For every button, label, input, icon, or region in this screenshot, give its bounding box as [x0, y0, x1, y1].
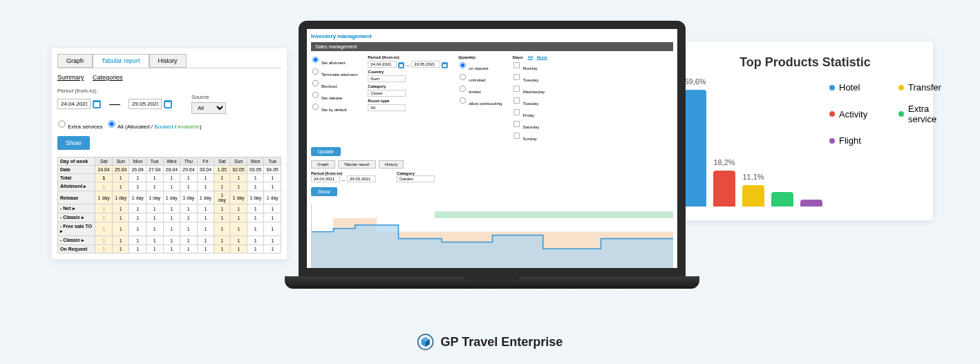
period-col: Period (from-to) — Country Category Room… — [368, 55, 448, 143]
calendar-icon[interactable] — [398, 62, 404, 68]
center-to-input[interactable] — [411, 61, 440, 68]
room-input[interactable] — [368, 104, 406, 111]
bar-activity: 18,2% — [713, 171, 735, 207]
date-from-input[interactable] — [57, 99, 91, 109]
bar-transfer: 11,1% — [742, 185, 764, 207]
table-row-release: Release 1 day1 day1 day1 day1 day1 day1 … — [58, 191, 281, 204]
radio-extra-services[interactable]: Extra services — [57, 124, 102, 130]
table-row-onrequest: On Request 11111111111 — [58, 245, 281, 253]
check-sun[interactable]: Sunday — [512, 131, 547, 141]
radio-release[interactable]: Set release — [311, 90, 357, 100]
allotment-table: Day of week SatSunMonTueWedThuFriSatSunM… — [57, 157, 281, 253]
source-group: Source All — [191, 94, 226, 114]
table-row-net: - Net ▸ 11111111111 — [58, 204, 281, 213]
report-tabs: Graph Tabular report History — [57, 54, 281, 68]
legend-hotel: Hotel — [829, 82, 878, 93]
radio-limited[interactable]: limited — [458, 84, 502, 94]
radio-onrequest[interactable]: on request — [458, 61, 502, 70]
quantity-col: Quantity: on request unlimited limited a… — [458, 55, 502, 143]
check-tue2[interactable]: Tuesday — [512, 96, 547, 106]
table-row-total: Total 11111111111 — [58, 174, 281, 182]
allotment-chart: 15 10 5 — [311, 204, 673, 274]
period-label: Period (from-to): — [57, 88, 281, 94]
period-row: — Source All — [57, 94, 281, 114]
legend: Hotel Transfer Activity Extra service Fl… — [829, 82, 947, 207]
calendar-icon[interactable] — [442, 62, 448, 68]
radio-overbooking[interactable]: allow overbooking — [458, 96, 502, 106]
check-wed[interactable]: Wednesday — [512, 84, 547, 94]
mini-tab-graph[interactable]: Graph — [311, 160, 335, 169]
tab-history[interactable]: History — [149, 54, 187, 68]
table-row-date: Date 24.0425.0426.0427.0428.0429.0430.04… — [58, 166, 281, 174]
radio-default[interactable]: Set by default — [311, 102, 357, 112]
tab-tabular[interactable]: Tabular report — [93, 54, 149, 68]
radio-set-allotment[interactable]: Set allotment — [311, 55, 357, 65]
legend-flight: Flight — [829, 135, 892, 146]
legend-activity: Activity — [829, 104, 878, 124]
days-col: Days: All None Monday Tuesday Wednesday … — [512, 55, 547, 143]
subtabs: Summary Categories — [57, 74, 281, 81]
sales-management-bar: Sales management — [311, 42, 673, 51]
check-mon[interactable]: Monday — [512, 61, 547, 70]
table-row-classic2: - Classic ▸ 11111111111 — [58, 236, 281, 245]
mini-category-input[interactable] — [397, 175, 435, 182]
bar-flight — [800, 200, 822, 207]
check-sat[interactable]: Saturday — [512, 119, 547, 129]
filter-row: Extra services All (Allocated / Booked /… — [57, 119, 281, 130]
top-products-panel: Top Products Statistic 59,6%18,2%11,1% H… — [677, 41, 933, 220]
tab-graph[interactable]: Graph — [57, 54, 93, 68]
footer-logo: GP Travel Enterprise — [417, 334, 563, 350]
link-none-days[interactable]: None — [537, 55, 547, 59]
bar-label: 11,1% — [742, 173, 764, 181]
alloc-text: (Allocated / — [125, 124, 153, 130]
bar-label: 18,2% — [713, 158, 735, 166]
source-label: Source — [191, 94, 226, 100]
show-button[interactable]: Show — [57, 136, 90, 150]
table-row-classic1: - Classic ▸ 11111111111 — [58, 213, 281, 222]
link-booked[interactable]: Booked — [154, 124, 173, 130]
table-header-days: Day of week SatSunMonTueWedThuFriSatSunM… — [58, 157, 281, 166]
subtab-summary[interactable]: Summary — [57, 74, 84, 81]
date-from-group — [57, 99, 101, 109]
tabular-report-panel: Graph Tabular report History Summary Cat… — [52, 48, 287, 259]
footer-text: GP Travel Enterprise — [441, 335, 563, 349]
table-row-allotment: Allotment ▸ 11111111111 — [58, 182, 281, 191]
mini-show-button[interactable]: Show — [311, 187, 337, 196]
link-available[interactable]: Available — [178, 124, 200, 130]
bars-chart: 59,6%18,2%11,1% — [684, 82, 822, 207]
source-select[interactable]: All — [191, 102, 226, 114]
bar-extra-service — [771, 192, 793, 207]
options-col: Set allotment Terminate allotment Blocko… — [311, 55, 357, 143]
calendar-icon[interactable] — [164, 100, 172, 108]
mini-tab-tabular[interactable]: Tabular report — [338, 160, 376, 169]
center-from-input[interactable] — [368, 61, 397, 68]
legend-extra: Extra service — [898, 104, 947, 124]
radio-all[interactable]: All — [107, 124, 124, 130]
check-fri[interactable]: Friday — [512, 108, 547, 117]
laptop-base — [285, 276, 699, 289]
laptop-screen: Inventory management Sales management Se… — [299, 21, 686, 276]
dash: — — [109, 98, 120, 111]
cube-icon — [417, 334, 434, 350]
check-tue[interactable]: Tuesday — [512, 73, 547, 82]
legend-transfer: Transfer — [898, 82, 947, 93]
laptop-mockup: Inventory management Sales management Se… — [285, 21, 699, 318]
radio-blockout[interactable]: Blockout — [311, 79, 357, 88]
top-products-title: Top Products Statistic — [684, 55, 926, 70]
category-input[interactable] — [368, 90, 406, 97]
inventory-title: Inventory management — [311, 33, 673, 39]
date-to-group — [129, 99, 172, 109]
mini-tab-history[interactable]: History — [379, 160, 404, 169]
radio-terminate[interactable]: Terminate allotment — [311, 67, 357, 77]
link-all-days[interactable]: All — [527, 55, 533, 59]
radio-unlimited[interactable]: unlimited — [458, 73, 502, 82]
subtab-categories[interactable]: Categories — [93, 74, 123, 81]
mini-to-input[interactable] — [347, 175, 376, 182]
table-row-freesale: - Free sale TO ▸ 11111111111 — [58, 222, 281, 236]
mini-from-input[interactable] — [311, 175, 340, 182]
calendar-icon[interactable] — [93, 100, 101, 108]
update-button[interactable]: Update — [311, 147, 341, 156]
date-to-input[interactable] — [129, 99, 162, 109]
country-input[interactable] — [368, 75, 406, 82]
